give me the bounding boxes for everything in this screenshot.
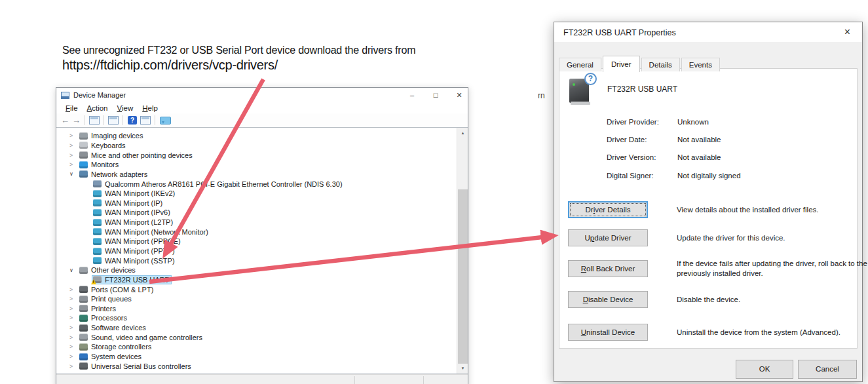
tree-row[interactable]: FT232R USB UART — [56, 275, 457, 285]
tree-item[interactable]: WAN Miniport (Network Monitor) — [92, 228, 210, 236]
tree-item[interactable]: Keyboards — [79, 142, 128, 149]
close-icon[interactable]: × — [455, 90, 464, 100]
tree-item[interactable]: Mice and other pointing devices — [79, 151, 195, 159]
tree-row[interactable]: > Processors — [56, 313, 457, 323]
tree-row[interactable]: WAN Miniport (IP) — [56, 198, 457, 208]
tree-row[interactable]: WAN Miniport (IPv6) — [56, 208, 457, 218]
tree-item[interactable]: WAN Miniport (IP) — [92, 199, 164, 207]
tree-item[interactable]: Sound, video and game controllers — [79, 334, 204, 341]
chevron-icon[interactable]: > — [69, 363, 79, 370]
tree-row[interactable]: ∨ Network adapters — [56, 170, 457, 180]
forward-icon[interactable]: → — [71, 115, 82, 125]
chevron-icon[interactable]: > — [69, 353, 79, 360]
tree-row[interactable]: > Printers — [56, 304, 457, 314]
tree-item[interactable]: WAN Miniport (L2TP) — [92, 218, 175, 226]
tree-row[interactable]: > System devices — [56, 352, 457, 362]
help-icon[interactable]: ? — [128, 116, 137, 125]
tree-item-label: Mice and other pointing devices — [91, 151, 193, 159]
driver-url[interactable]: https://ftdichip.com/drivers/vcp-drivers… — [62, 58, 415, 73]
tree-row[interactable]: WAN Miniport (SSTP) — [56, 256, 457, 265]
tree-item[interactable]: Software devices — [79, 324, 148, 332]
tab[interactable]: Driver — [603, 56, 640, 72]
chevron-icon[interactable]: > — [69, 334, 79, 341]
chevron-icon[interactable]: > — [69, 132, 79, 139]
menu-item[interactable]: View — [113, 104, 138, 112]
maximize-icon[interactable]: □ — [431, 91, 440, 99]
info-row: Driver Version: Not available — [607, 153, 721, 161]
action-button[interactable]: Driver Details — [568, 201, 648, 218]
chevron-icon[interactable]: > — [69, 142, 79, 149]
scroll-down-icon[interactable]: ▼ — [457, 363, 468, 374]
tree-row[interactable]: > Keyboards — [56, 141, 457, 151]
chevron-icon[interactable]: > — [69, 296, 79, 302]
tab[interactable]: Details — [641, 58, 680, 71]
tree-item[interactable]: Network adapters — [79, 170, 149, 178]
action-button[interactable]: Roll Back Driver — [568, 260, 648, 277]
tree-row[interactable]: ∨ Other devices — [56, 265, 457, 275]
menu-item[interactable]: Action — [83, 104, 113, 112]
tree-item[interactable]: WAN Miniport (IPv6) — [92, 208, 172, 216]
chevron-icon[interactable]: > — [69, 152, 79, 159]
tree-row[interactable]: > Sound, video and game controllers — [56, 332, 457, 342]
tree-row[interactable]: > Monitors — [56, 160, 457, 170]
export-icon[interactable] — [140, 116, 151, 125]
tree-row[interactable]: > Software devices — [56, 323, 457, 333]
tree-item[interactable]: FT232R USB UART — [92, 276, 171, 284]
tab[interactable]: Events — [681, 58, 720, 71]
properties-icon[interactable] — [108, 116, 119, 125]
scroll-up-icon[interactable]: ▲ — [457, 128, 468, 138]
tree-item[interactable]: Print queues — [79, 295, 134, 303]
tree-item[interactable]: Other devices — [79, 266, 138, 274]
chevron-icon[interactable]: > — [69, 305, 79, 312]
minimize-icon[interactable]: – — [407, 91, 417, 99]
tree-item[interactable]: WAN Miniport (PPPOE) — [92, 237, 183, 245]
tree-item[interactable]: Monitors — [79, 161, 121, 168]
chevron-icon[interactable]: ∨ — [69, 171, 79, 177]
tree-row[interactable]: WAN Miniport (L2TP) — [56, 218, 457, 227]
cancel-button[interactable]: Cancel — [798, 360, 857, 379]
tree-row[interactable]: > Universal Serial Bus controllers — [56, 361, 457, 371]
console-icon[interactable] — [89, 116, 100, 125]
tree-row[interactable]: > Print queues — [56, 294, 457, 304]
device-manager-titlebar[interactable]: Device Manager – □ × — [56, 88, 468, 102]
action-button[interactable]: Update Driver — [568, 229, 648, 246]
vertical-scrollbar[interactable]: ▲ ▼ — [457, 128, 468, 374]
tree-item[interactable]: Universal Serial Bus controllers — [79, 362, 193, 370]
chevron-icon[interactable]: > — [69, 286, 79, 293]
tree-item[interactable]: Processors — [79, 314, 129, 322]
tree-row[interactable]: WAN Miniport (PPPOE) — [56, 237, 457, 246]
chevron-icon[interactable]: > — [69, 315, 79, 321]
close-icon[interactable]: × — [833, 22, 862, 42]
tree-item[interactable]: System devices — [79, 353, 143, 360]
tree-row[interactable]: > Imaging devices — [56, 131, 457, 141]
tree-item[interactable]: Imaging devices — [79, 132, 145, 140]
tree-item[interactable]: Printers — [79, 305, 118, 313]
tree-item[interactable]: Qualcomm Atheros AR8161 PCI-E Gigabit Et… — [92, 180, 345, 188]
tree-item[interactable]: WAN Miniport (PPTP) — [92, 247, 177, 255]
back-icon[interactable]: ← — [60, 115, 71, 125]
tree-item[interactable]: Ports (COM & LPT) — [79, 286, 155, 294]
menu-item[interactable]: File — [61, 104, 83, 112]
action-button[interactable]: Uninstall Device — [568, 324, 648, 341]
scrollbar-thumb[interactable] — [458, 189, 468, 364]
menu-item[interactable]: Help — [138, 104, 162, 112]
tree-row[interactable]: WAN Miniport (IKEv2) — [56, 189, 457, 199]
tree-row[interactable]: WAN Miniport (PPTP) — [56, 246, 457, 256]
tree-row[interactable]: Qualcomm Atheros AR8161 PCI-E Gigabit Et… — [56, 179, 457, 189]
scan-icon[interactable] — [160, 117, 171, 125]
tree-item[interactable]: WAN Miniport (SSTP) — [92, 257, 177, 265]
dialog-titlebar[interactable]: FT232R USB UART Properties × — [554, 22, 862, 42]
tree-row[interactable]: > Mice and other pointing devices — [56, 150, 457, 160]
chevron-icon[interactable]: ∨ — [69, 267, 79, 273]
tree-item[interactable]: WAN Miniport (IKEv2) — [92, 189, 177, 197]
chevron-icon[interactable]: > — [69, 324, 79, 331]
tree-row[interactable]: > Ports (COM & LPT) — [56, 284, 457, 294]
chevron-icon[interactable]: > — [69, 161, 79, 168]
tree-row[interactable]: WAN Miniport (Network Monitor) — [56, 227, 457, 237]
tree-row[interactable]: > Storage controllers — [56, 342, 457, 352]
tab[interactable]: General — [559, 58, 601, 71]
chevron-icon[interactable]: > — [69, 343, 79, 350]
tree-item[interactable]: Storage controllers — [79, 343, 153, 351]
ok-button[interactable]: OK — [736, 360, 793, 379]
action-button[interactable]: Disable Device — [568, 291, 648, 308]
